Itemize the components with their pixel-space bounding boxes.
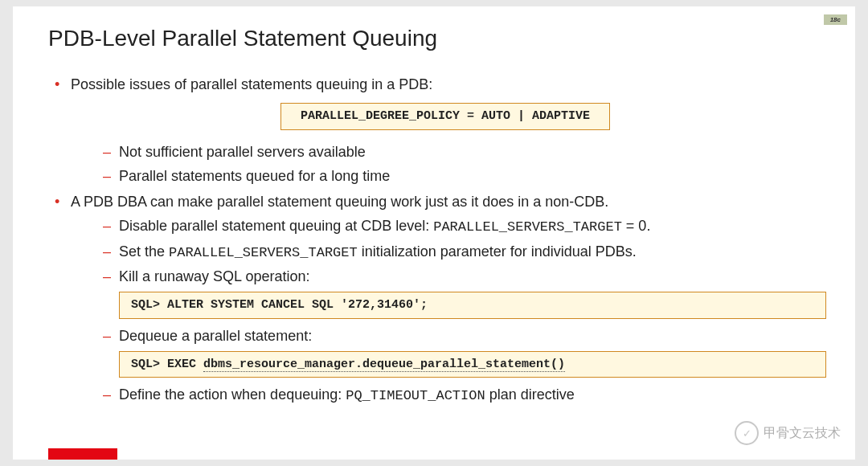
sub-2-5-b: plan directive [485, 386, 575, 403]
code-box-cancel-sql: SQL> ALTER SYSTEM CANCEL SQL '272,31460'… [119, 292, 826, 319]
sub-2-3: Kill a runaway SQL operation: [71, 266, 820, 287]
sub-2-2-b: initialization parameter for individual … [358, 243, 637, 260]
slide-title: PDB-Level Parallel Statement Queuing [48, 26, 820, 51]
bullet-list: Possible issues of parallel statements q… [48, 74, 820, 407]
sub-2-1-code: PARALLEL_SERVERS_TARGET [433, 219, 622, 235]
sub-list-2c: Define the action when dequeuing: PQ_TIM… [71, 384, 820, 407]
sub-2-1-a: Disable parallel statement queuing at CD… [119, 218, 433, 234]
code-dequeue-b: dbms_resource_manager.dequeue_parallel_s… [203, 358, 565, 372]
sub-2-4: Dequeue a parallel statement: [71, 325, 820, 346]
slide: 18c PDB-Level Parallel Statement Queuing… [13, 6, 855, 460]
sub-list-2b: Dequeue a parallel statement: [71, 325, 820, 346]
sub-2-5: Define the action when dequeuing: PQ_TIM… [71, 384, 820, 407]
sub-list-1: Not sufficient parallel servers availabl… [71, 141, 820, 186]
sub-2-5-code: PQ_TIMEOUT_ACTION [346, 388, 485, 403]
sub-1-2: Parallel statements queued for a long ti… [71, 166, 820, 186]
brand-bar [48, 448, 117, 460]
bullet-1-text: Possible issues of parallel statements q… [71, 76, 432, 92]
version-badge: 18c [824, 14, 847, 25]
watermark-icon: ✓ [735, 421, 759, 445]
sub-2-1: Disable parallel statement queuing at CD… [71, 215, 820, 238]
code-dequeue-a: SQL> EXEC [131, 358, 203, 371]
watermark-text: 甲骨文云技术 [764, 425, 841, 442]
sub-2-1-b: = 0. [622, 218, 651, 234]
code-box-dequeue: SQL> EXEC dbms_resource_manager.dequeue_… [119, 351, 826, 378]
bullet-1: Possible issues of parallel statements q… [48, 74, 820, 186]
sub-list-2: Disable parallel statement queuing at CD… [71, 215, 820, 287]
code-box-policy: PARALLEL_DEGREE_POLICY = AUTO | ADAPTIVE [280, 103, 610, 130]
sub-1-1: Not sufficient parallel servers availabl… [71, 141, 820, 162]
watermark: ✓ 甲骨文云技术 [735, 421, 841, 445]
bullet-2-text: A PDB DBA can make parallel statement qu… [71, 194, 608, 210]
sub-2-2-code: PARALLEL_SERVERS_TARGET [169, 245, 358, 260]
sub-2-2-a: Set the [119, 243, 169, 260]
sub-2-2: Set the PARALLEL_SERVERS_TARGET initiali… [71, 241, 820, 264]
sub-2-5-a: Define the action when dequeuing: [119, 386, 346, 403]
bullet-2: A PDB DBA can make parallel statement qu… [48, 191, 820, 407]
